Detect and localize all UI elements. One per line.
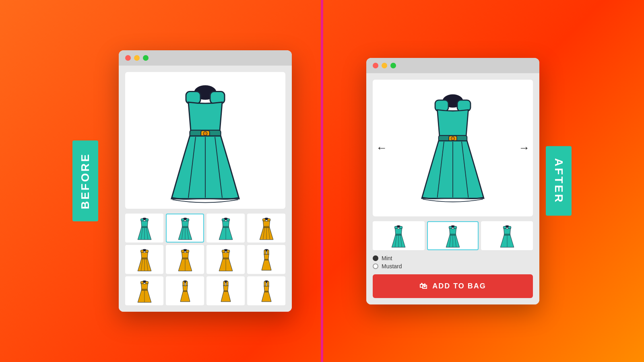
color-option-mustard[interactable]: Mustard — [373, 263, 533, 269]
svg-point-78 — [451, 137, 455, 140]
after-dot-red[interactable] — [373, 63, 378, 68]
after-label: AFTER — [546, 146, 572, 216]
add-to-bag-button[interactable]: 🛍 ADD TO BAG — [373, 274, 533, 298]
after-thumb-item-selected[interactable] — [427, 221, 479, 250]
before-browser-bar — [119, 50, 292, 66]
before-browser-content — [119, 66, 292, 312]
mint-color-dot — [373, 255, 378, 261]
before-after-divider — [321, 0, 323, 362]
mustard-color-dot — [373, 263, 378, 269]
thumb-item[interactable] — [125, 276, 163, 305]
after-dot-green[interactable] — [390, 63, 396, 68]
before-thumbnail-grid — [125, 214, 285, 305]
before-dot-green[interactable] — [143, 55, 149, 61]
next-image-arrow[interactable]: → — [518, 142, 530, 154]
color-option-mint[interactable]: Mint — [373, 255, 533, 261]
after-browser-bar — [366, 58, 539, 73]
before-dot-red[interactable] — [125, 55, 131, 61]
thumb-item-selected[interactable] — [166, 214, 204, 243]
svg-point-5 — [203, 132, 207, 136]
add-to-bag-label: ADD TO BAG — [432, 282, 486, 290]
after-thumb-item[interactable] — [481, 221, 533, 250]
thumb-item[interactable] — [166, 245, 204, 274]
mustard-color-label: Mustard — [382, 263, 402, 269]
thumb-item[interactable] — [247, 214, 285, 243]
after-product-image-area: ← → — [373, 80, 533, 216]
thumb-item[interactable] — [206, 276, 245, 305]
after-dress-image — [409, 88, 497, 208]
after-browser-content: ← → — [366, 73, 539, 304]
after-browser-window: ← → — [366, 58, 539, 304]
after-thumbnail-grid — [373, 221, 533, 250]
mint-color-label: Mint — [382, 255, 392, 261]
prev-image-arrow[interactable]: ← — [376, 142, 387, 154]
before-dot-yellow[interactable] — [134, 55, 140, 61]
before-label: BEFORE — [72, 141, 98, 222]
before-dress-image — [157, 78, 254, 203]
bag-icon: 🛍 — [419, 282, 428, 291]
thumb-item[interactable] — [206, 214, 245, 243]
before-product-image-area — [125, 72, 285, 209]
color-options: Mint Mustard — [373, 255, 533, 269]
thumb-item[interactable] — [125, 214, 163, 243]
thumb-item[interactable] — [247, 245, 285, 274]
after-thumb-item[interactable] — [373, 221, 425, 250]
after-dot-yellow[interactable] — [382, 63, 387, 68]
thumb-item[interactable] — [206, 245, 245, 274]
thumb-item[interactable] — [125, 245, 163, 274]
before-browser-window — [119, 50, 292, 312]
thumb-item[interactable] — [247, 276, 285, 305]
scene: BEFORE AFTER — [0, 0, 644, 362]
thumb-item[interactable] — [166, 276, 204, 305]
